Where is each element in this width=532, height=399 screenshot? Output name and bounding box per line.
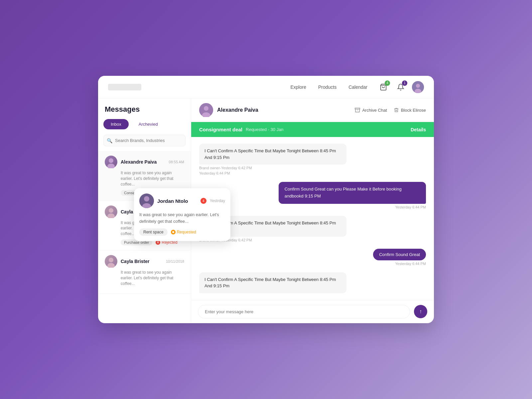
chat-time-cayla2: 10/11/2018 xyxy=(166,259,184,263)
send-button[interactable]: ↑ xyxy=(414,305,427,318)
deal-banner: Consignment deal Requested - 30 Jan Deta… xyxy=(191,122,434,137)
nav-calendar[interactable]: Calendar xyxy=(348,84,367,90)
logo xyxy=(108,84,141,90)
block-label: Block Elirose xyxy=(401,108,426,113)
notification-button[interactable]: 1 xyxy=(395,81,407,93)
floating-name: Jordan Ntolo xyxy=(157,198,198,204)
msg-time-sent-2: Yesterday 6:44 PM xyxy=(395,262,426,266)
chat-avatar-alexandre xyxy=(105,156,117,168)
top-navigation: Explore Products Calendar 4 1 xyxy=(98,76,434,98)
floating-badge: 4 xyxy=(200,198,206,204)
nav-products[interactable]: Products xyxy=(318,84,336,90)
chat-header: Alexandre Paiva Archive Chat Block Eliro… xyxy=(191,98,434,122)
floating-card[interactable]: Jordan Ntolo 4 Yestrday It was great to … xyxy=(134,188,230,241)
floating-avatar xyxy=(139,194,154,208)
bubble-received-3: I Can't Confirm A Specific Time But Mayb… xyxy=(199,272,346,293)
chat-preview-cayla2: It was great to see you again earlier. L… xyxy=(121,270,184,286)
chat-time-alexandre: 08:55 AM xyxy=(169,160,184,164)
search-box: 🔍 xyxy=(103,135,186,146)
chat-item-header: Alexandre Paiva 08:55 AM xyxy=(105,156,184,168)
svg-point-4 xyxy=(109,158,113,163)
cart-button[interactable]: 4 xyxy=(377,81,389,93)
svg-point-7 xyxy=(109,208,113,213)
svg-point-16 xyxy=(144,196,149,201)
svg-point-11 xyxy=(107,263,115,268)
floating-tags: Rent space Requested xyxy=(139,228,225,236)
archive-label: Archive Chat xyxy=(362,108,387,113)
sidebar-title: Messages xyxy=(98,105,191,119)
chat-name-cayla2: Cayla Brister xyxy=(121,259,163,264)
svg-point-13 xyxy=(204,106,208,111)
chat-header-name: Alexandre Paiva xyxy=(217,107,355,113)
chat-preview-alexandre: It was great to see you again earlier. L… xyxy=(121,170,184,187)
bubble-received-1: I Can't Confirm A Specific Time But Mayb… xyxy=(199,144,346,165)
nav-actions: 4 1 xyxy=(377,81,424,93)
search-icon: 🔍 xyxy=(107,138,112,143)
bubble-sent-1: Confirm Sound Great can you Please Make … xyxy=(279,182,426,204)
svg-point-2 xyxy=(416,84,420,88)
tab-inbox[interactable]: Inbox xyxy=(103,119,129,129)
floating-status-requested: Requested xyxy=(171,230,196,234)
nav-explore[interactable]: Explore xyxy=(290,84,306,90)
chat-item-header-cayla2: Cayla Brister 10/11/2018 xyxy=(105,255,184,268)
floating-preview: It was great to see you again earlier. L… xyxy=(139,211,225,224)
floating-card-header: Jordan Ntolo 4 Yestrday xyxy=(139,194,225,208)
chat-header-actions: Archive Chat Block Elirose xyxy=(355,107,426,113)
svg-point-5 xyxy=(107,164,115,168)
message-sent-1: Confirm Sound Great can you Please Make … xyxy=(279,182,426,209)
search-input[interactable] xyxy=(103,135,186,146)
chat-header-avatar xyxy=(199,103,213,117)
archive-chat-button[interactable]: Archive Chat xyxy=(355,107,387,113)
deal-details-button[interactable]: Details xyxy=(411,127,426,132)
message-input[interactable] xyxy=(198,305,410,319)
floating-tag-rentspace: Rent space xyxy=(139,228,168,236)
msg-time-sent-1: Yesterday 6:44 PM xyxy=(395,205,426,209)
sidebar-tabs: Inbox Archevied xyxy=(98,119,191,135)
deal-label: Consignment deal xyxy=(199,127,242,132)
message-sent-2: Confirm Sound Great Yesterday 6:44 PM xyxy=(373,249,426,266)
notification-badge: 1 xyxy=(402,80,407,86)
message-received-1: I Can't Confirm A Specific Time But Mayb… xyxy=(199,144,346,175)
input-area: ↑ xyxy=(191,300,434,323)
svg-point-19 xyxy=(172,231,174,233)
user-avatar[interactable] xyxy=(412,81,424,93)
floating-name-area: Jordan Ntolo 4 xyxy=(157,198,206,204)
chat-name-alexandre: Alexandre Paiva xyxy=(121,159,166,165)
block-button[interactable]: Block Elirose xyxy=(394,107,426,113)
svg-point-10 xyxy=(109,258,113,262)
bubble-sent-small: Confirm Sound Great xyxy=(373,249,426,260)
chat-item-cayla2[interactable]: Cayla Brister 10/11/2018 It was great to… xyxy=(98,250,191,294)
tab-archived[interactable]: Archevied xyxy=(131,119,165,129)
cart-badge: 4 xyxy=(385,80,390,86)
chat-avatar-cayla1 xyxy=(105,205,117,218)
chat-avatar-cayla2 xyxy=(105,255,117,268)
nav-links: Explore Products Calendar xyxy=(290,84,367,90)
msg-sender-1: Brand owner-Yesterday 6:42 PM xyxy=(199,166,252,170)
deal-status: Requested - 30 Jan xyxy=(246,127,411,132)
svg-point-8 xyxy=(107,213,115,218)
floating-time: Yestrday xyxy=(210,199,225,203)
msg-time-1: Yesterday 6:44 PM xyxy=(199,171,230,175)
message-received-3: I Can't Confirm A Specific Time But Mayb… xyxy=(199,272,346,293)
